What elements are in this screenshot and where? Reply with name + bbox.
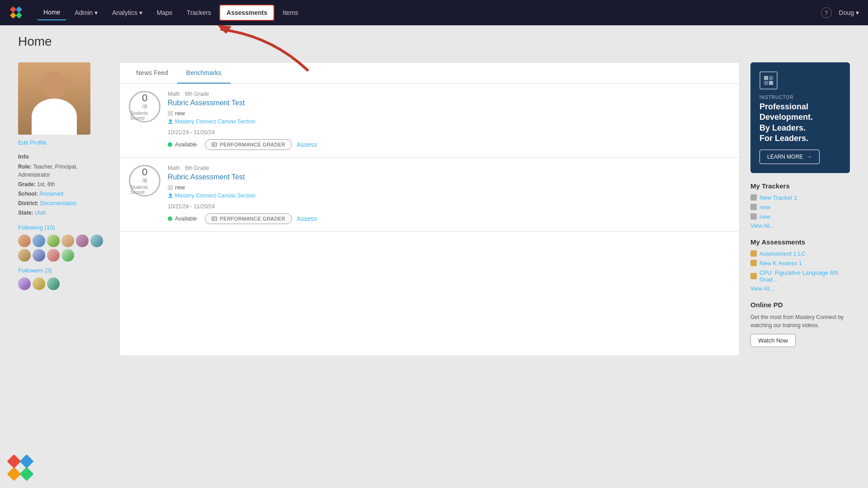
promo-learn-more-btn[interactable]: LEARN MORE → (760, 150, 820, 164)
person-icon-1 (168, 119, 173, 124)
nav-item-items[interactable]: Items (276, 5, 304, 20)
info-state: State: Utah (18, 209, 108, 217)
tracker-item-2[interactable]: new (750, 204, 850, 211)
avatar-3[interactable] (47, 235, 60, 247)
nav-item-trackers[interactable]: Trackers (180, 5, 217, 20)
tracker-item-1[interactable]: New Tracker 1 (750, 194, 850, 201)
assessments-view-all[interactable]: View All... (750, 286, 850, 292)
my-trackers-section: My Trackers New Tracker 1 new new View A… (750, 182, 850, 229)
promo-description: Professional Development.By Leaders.For … (760, 102, 841, 144)
tag-label-2: new (175, 184, 185, 191)
tracker-icon-3 (750, 213, 757, 220)
info-label: Info (18, 153, 108, 160)
card-section-2[interactable]: Mastery Connect Canvas Section (168, 192, 730, 199)
assessment-item-3[interactable]: CFU: Figurative Language 6th Grad... (750, 269, 850, 283)
svg-rect-6 (212, 217, 217, 221)
middle-panel: News Feed Benchmarks 0 /8 Students Score… (119, 62, 740, 356)
nav-item-home[interactable]: Home (37, 5, 66, 20)
online-pd-description: Get the most from Mastery Connect by wat… (750, 313, 850, 329)
tag-icon-1 (168, 111, 173, 116)
online-pd-title: Online PD (750, 301, 850, 309)
user-menu[interactable]: Doug ▾ (839, 9, 859, 16)
school-link[interactable]: Roosevelt (39, 191, 63, 197)
avatar-6[interactable] (90, 235, 103, 247)
online-pd-section: Online PD Get the most from Mastery Conn… (750, 301, 850, 347)
card-tag-2: new (168, 184, 185, 191)
score-denom-1: /8 (142, 103, 147, 110)
card-content-2: Math 6th Grade Rubric Assessment Test ne… (168, 165, 730, 224)
info-grade: Grade: 1st, 6th (18, 180, 108, 188)
tabs: News Feed Benchmarks (120, 63, 739, 84)
card-dates-1: 10/21/24 - 11/20/24 (168, 129, 730, 136)
follower-avatars (18, 277, 108, 290)
district-link[interactable]: Documentation (40, 200, 77, 206)
svg-rect-9 (764, 76, 768, 80)
svg-rect-12 (769, 81, 773, 85)
tracker-item-3[interactable]: new (750, 213, 850, 220)
avatar-7[interactable] (18, 249, 31, 262)
profile-photo (18, 62, 90, 135)
score-num-2: 0 (142, 167, 147, 177)
nav-items: Home Admin ▾ Analytics ▾ Maps Trackers A… (37, 5, 821, 21)
card-title-1[interactable]: Rubric Assessment Test (168, 99, 730, 107)
trackers-view-all[interactable]: View All... (750, 223, 850, 229)
nav-item-analytics[interactable]: Analytics ▾ (106, 5, 149, 20)
avatar-2[interactable] (33, 235, 45, 247)
available-label-1: Available (175, 141, 197, 148)
performance-grader-btn-1[interactable]: PERFORMANCE GRADER (205, 139, 292, 150)
bottom-logo (9, 456, 32, 479)
logo-icon (9, 5, 24, 20)
nav-item-assessments[interactable]: Assessments (219, 5, 274, 21)
assessment-icon-2 (750, 260, 757, 266)
tracker-icon-2 (750, 204, 757, 210)
assess-btn-2[interactable]: Assess (297, 215, 317, 222)
tag-label-1: new (175, 110, 185, 117)
grader-icon-2 (212, 216, 217, 221)
grade-1: 6th Grade (185, 91, 209, 97)
tracker-icon-1 (750, 194, 757, 201)
svg-point-1 (169, 119, 172, 122)
profile-body (32, 99, 77, 135)
follower-avatar-1[interactable] (18, 277, 31, 290)
card-title-2[interactable]: Rubric Assessment Test (168, 173, 730, 181)
available-dot-1 (168, 142, 172, 147)
main-content: Edit Profile Info Role: Teacher, Princip… (0, 49, 868, 370)
card-section-1[interactable]: Mastery Connect Canvas Section (168, 118, 730, 125)
nav-item-admin[interactable]: Admin ▾ (68, 5, 104, 20)
subject-2: Math (168, 165, 180, 171)
info-role: Role: Teacher, Principal, Administrator (18, 163, 108, 179)
help-button[interactable]: ? (821, 7, 832, 18)
section-label-2: Mastery Connect Canvas Section (175, 192, 255, 199)
card-meta-1: Math 6th Grade (168, 91, 730, 97)
tab-news-feed[interactable]: News Feed (127, 63, 177, 84)
state-link[interactable]: Utah (35, 210, 46, 216)
score-label-1: Students Scored (130, 111, 159, 121)
avatar-9[interactable] (47, 249, 60, 262)
tab-benchmarks[interactable]: Benchmarks (177, 63, 231, 84)
svg-rect-2 (212, 143, 217, 146)
avatar-4[interactable] (61, 235, 74, 247)
nav-right: ? Doug ▾ (821, 7, 859, 18)
follower-avatar-3[interactable] (47, 277, 60, 290)
avatar-8[interactable] (33, 249, 45, 262)
avatar-1[interactable] (18, 235, 31, 247)
performance-grader-btn-2[interactable]: PERFORMANCE GRADER (205, 213, 292, 224)
district-label: District: (18, 200, 38, 206)
assessment-item-2[interactable]: New K Assess 1 (750, 260, 850, 267)
info-school: School: Roosevelt (18, 190, 108, 198)
nav-item-maps[interactable]: Maps (151, 5, 179, 20)
edit-profile-link[interactable]: Edit Profile (18, 139, 108, 146)
followers-heading[interactable]: Followers (3) (18, 267, 108, 274)
score-denom-2: /8 (142, 177, 147, 184)
available-label-2: Available (175, 216, 197, 222)
watch-now-btn[interactable]: Watch Now (750, 334, 796, 347)
assess-btn-1[interactable]: Assess (297, 141, 317, 148)
profile-head (41, 71, 68, 99)
promo-logo-icon (763, 75, 774, 86)
avatar-10[interactable] (61, 249, 74, 262)
assessment-item-1[interactable]: Assessment 1 LC (750, 250, 850, 257)
svg-rect-10 (769, 76, 773, 80)
follower-avatar-2[interactable] (33, 277, 45, 290)
avatar-5[interactable] (76, 235, 89, 247)
following-heading[interactable]: Following (10) (18, 224, 108, 231)
